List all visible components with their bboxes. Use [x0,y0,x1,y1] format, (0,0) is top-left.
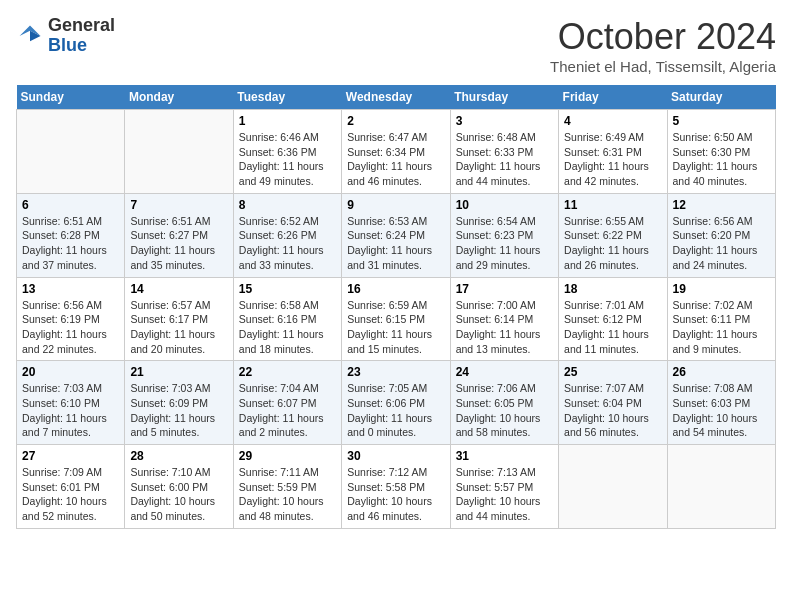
day-number: 7 [130,198,227,212]
day-info: Sunrise: 6:58 AMSunset: 6:16 PMDaylight:… [239,298,336,357]
calendar-week-row: 13 Sunrise: 6:56 AMSunset: 6:19 PMDaylig… [17,277,776,361]
day-info: Sunrise: 7:02 AMSunset: 6:11 PMDaylight:… [673,298,770,357]
calendar-day-cell: 27 Sunrise: 7:09 AMSunset: 6:01 PMDaylig… [17,445,125,529]
calendar-day-cell [17,110,125,194]
day-info: Sunrise: 6:55 AMSunset: 6:22 PMDaylight:… [564,214,661,273]
day-info: Sunrise: 6:56 AMSunset: 6:20 PMDaylight:… [673,214,770,273]
day-header: Friday [559,85,667,110]
calendar-week-row: 27 Sunrise: 7:09 AMSunset: 6:01 PMDaylig… [17,445,776,529]
day-header: Sunday [17,85,125,110]
calendar-day-cell: 9 Sunrise: 6:53 AMSunset: 6:24 PMDayligh… [342,193,450,277]
calendar-day-cell: 21 Sunrise: 7:03 AMSunset: 6:09 PMDaylig… [125,361,233,445]
day-number: 23 [347,365,444,379]
day-info: Sunrise: 7:13 AMSunset: 5:57 PMDaylight:… [456,465,553,524]
calendar-day-cell: 28 Sunrise: 7:10 AMSunset: 6:00 PMDaylig… [125,445,233,529]
day-info: Sunrise: 6:53 AMSunset: 6:24 PMDaylight:… [347,214,444,273]
calendar-table: SundayMondayTuesdayWednesdayThursdayFrid… [16,85,776,529]
calendar-day-cell: 18 Sunrise: 7:01 AMSunset: 6:12 PMDaylig… [559,277,667,361]
day-header: Thursday [450,85,558,110]
day-number: 19 [673,282,770,296]
day-number: 1 [239,114,336,128]
day-header: Tuesday [233,85,341,110]
day-number: 4 [564,114,661,128]
day-info: Sunrise: 6:51 AMSunset: 6:27 PMDaylight:… [130,214,227,273]
calendar-week-row: 1 Sunrise: 6:46 AMSunset: 6:36 PMDayligh… [17,110,776,194]
day-info: Sunrise: 7:03 AMSunset: 6:10 PMDaylight:… [22,381,119,440]
calendar-day-cell: 4 Sunrise: 6:49 AMSunset: 6:31 PMDayligh… [559,110,667,194]
day-info: Sunrise: 6:54 AMSunset: 6:23 PMDaylight:… [456,214,553,273]
calendar-day-cell [125,110,233,194]
day-number: 20 [22,365,119,379]
day-info: Sunrise: 6:51 AMSunset: 6:28 PMDaylight:… [22,214,119,273]
day-info: Sunrise: 7:07 AMSunset: 6:04 PMDaylight:… [564,381,661,440]
calendar-day-cell: 25 Sunrise: 7:07 AMSunset: 6:04 PMDaylig… [559,361,667,445]
calendar-week-row: 20 Sunrise: 7:03 AMSunset: 6:10 PMDaylig… [17,361,776,445]
day-number: 9 [347,198,444,212]
calendar-day-cell: 22 Sunrise: 7:04 AMSunset: 6:07 PMDaylig… [233,361,341,445]
logo-general-text: General [48,15,115,35]
calendar-day-cell: 29 Sunrise: 7:11 AMSunset: 5:59 PMDaylig… [233,445,341,529]
calendar-day-cell: 5 Sunrise: 6:50 AMSunset: 6:30 PMDayligh… [667,110,775,194]
calendar-day-cell: 16 Sunrise: 6:59 AMSunset: 6:15 PMDaylig… [342,277,450,361]
calendar-day-cell: 31 Sunrise: 7:13 AMSunset: 5:57 PMDaylig… [450,445,558,529]
calendar-day-cell: 6 Sunrise: 6:51 AMSunset: 6:28 PMDayligh… [17,193,125,277]
calendar-day-cell [667,445,775,529]
calendar-day-cell: 8 Sunrise: 6:52 AMSunset: 6:26 PMDayligh… [233,193,341,277]
day-info: Sunrise: 6:50 AMSunset: 6:30 PMDaylight:… [673,130,770,189]
day-header: Saturday [667,85,775,110]
day-info: Sunrise: 7:03 AMSunset: 6:09 PMDaylight:… [130,381,227,440]
day-number: 26 [673,365,770,379]
calendar-day-cell: 14 Sunrise: 6:57 AMSunset: 6:17 PMDaylig… [125,277,233,361]
day-info: Sunrise: 7:08 AMSunset: 6:03 PMDaylight:… [673,381,770,440]
day-number: 2 [347,114,444,128]
day-info: Sunrise: 6:49 AMSunset: 6:31 PMDaylight:… [564,130,661,189]
logo: General Blue [16,16,115,56]
calendar-week-row: 6 Sunrise: 6:51 AMSunset: 6:28 PMDayligh… [17,193,776,277]
day-number: 24 [456,365,553,379]
day-number: 27 [22,449,119,463]
day-info: Sunrise: 6:47 AMSunset: 6:34 PMDaylight:… [347,130,444,189]
day-number: 31 [456,449,553,463]
day-number: 16 [347,282,444,296]
calendar-day-cell: 2 Sunrise: 6:47 AMSunset: 6:34 PMDayligh… [342,110,450,194]
day-info: Sunrise: 7:06 AMSunset: 6:05 PMDaylight:… [456,381,553,440]
day-number: 10 [456,198,553,212]
day-info: Sunrise: 7:12 AMSunset: 5:58 PMDaylight:… [347,465,444,524]
calendar-day-cell [559,445,667,529]
calendar-day-cell: 20 Sunrise: 7:03 AMSunset: 6:10 PMDaylig… [17,361,125,445]
title-area: October 2024 Theniet el Had, Tissemsilt,… [550,16,776,75]
calendar-day-cell: 17 Sunrise: 7:00 AMSunset: 6:14 PMDaylig… [450,277,558,361]
calendar-day-cell: 11 Sunrise: 6:55 AMSunset: 6:22 PMDaylig… [559,193,667,277]
day-number: 14 [130,282,227,296]
day-number: 29 [239,449,336,463]
day-info: Sunrise: 6:57 AMSunset: 6:17 PMDaylight:… [130,298,227,357]
calendar-day-cell: 24 Sunrise: 7:06 AMSunset: 6:05 PMDaylig… [450,361,558,445]
day-number: 3 [456,114,553,128]
calendar-day-cell: 26 Sunrise: 7:08 AMSunset: 6:03 PMDaylig… [667,361,775,445]
calendar-day-cell: 10 Sunrise: 6:54 AMSunset: 6:23 PMDaylig… [450,193,558,277]
day-info: Sunrise: 7:09 AMSunset: 6:01 PMDaylight:… [22,465,119,524]
day-info: Sunrise: 7:01 AMSunset: 6:12 PMDaylight:… [564,298,661,357]
day-info: Sunrise: 7:11 AMSunset: 5:59 PMDaylight:… [239,465,336,524]
day-number: 25 [564,365,661,379]
day-number: 30 [347,449,444,463]
day-info: Sunrise: 6:46 AMSunset: 6:36 PMDaylight:… [239,130,336,189]
calendar-day-cell: 1 Sunrise: 6:46 AMSunset: 6:36 PMDayligh… [233,110,341,194]
day-info: Sunrise: 6:52 AMSunset: 6:26 PMDaylight:… [239,214,336,273]
day-header: Monday [125,85,233,110]
calendar-day-cell: 23 Sunrise: 7:05 AMSunset: 6:06 PMDaylig… [342,361,450,445]
day-number: 13 [22,282,119,296]
day-number: 6 [22,198,119,212]
logo-blue-text: Blue [48,35,87,55]
day-number: 11 [564,198,661,212]
calendar-day-cell: 30 Sunrise: 7:12 AMSunset: 5:58 PMDaylig… [342,445,450,529]
day-info: Sunrise: 7:04 AMSunset: 6:07 PMDaylight:… [239,381,336,440]
day-info: Sunrise: 6:59 AMSunset: 6:15 PMDaylight:… [347,298,444,357]
day-info: Sunrise: 7:05 AMSunset: 6:06 PMDaylight:… [347,381,444,440]
day-number: 17 [456,282,553,296]
calendar-day-cell: 7 Sunrise: 6:51 AMSunset: 6:27 PMDayligh… [125,193,233,277]
month-title: October 2024 [550,16,776,58]
day-number: 28 [130,449,227,463]
day-info: Sunrise: 7:10 AMSunset: 6:00 PMDaylight:… [130,465,227,524]
day-number: 15 [239,282,336,296]
